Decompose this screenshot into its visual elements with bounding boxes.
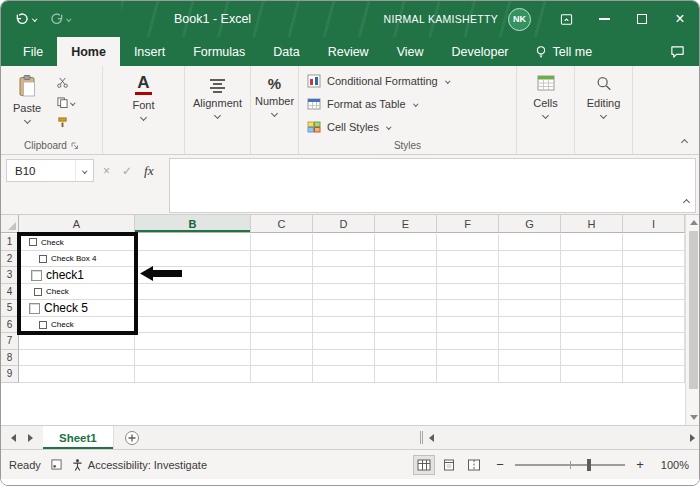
name-box-dropdown[interactable] [75,160,93,181]
name-box[interactable]: B10 [6,159,94,182]
close-button[interactable]: × [661,1,699,37]
zoom-in-icon[interactable]: + [634,457,646,472]
column-header-c[interactable]: C [251,215,313,232]
tab-home[interactable]: Home [57,37,120,66]
hscroll-left-icon[interactable] [429,434,434,442]
comments-button[interactable] [670,37,685,66]
minimize-button[interactable] [585,1,623,37]
conditional-formatting-dropdown-icon [445,79,450,84]
clipboard-dialog-launcher-icon[interactable] [71,142,79,150]
number-button[interactable]: % Number [251,66,298,138]
copy-button[interactable] [57,96,75,109]
cut-button[interactable] [57,76,75,89]
column-header-i[interactable]: I [623,215,685,232]
vertical-scrollbar[interactable] [685,215,700,425]
formula-buttons: × ✓ fx [103,159,154,182]
page-break-preview-button[interactable] [463,455,485,475]
cells-button[interactable]: Cells [517,66,574,138]
new-sheet-button[interactable] [124,426,140,449]
user-name[interactable]: NIRMAL KAMISHETTY [384,13,498,25]
zoom-slider-thumb[interactable] [587,459,591,471]
paste-button[interactable]: Paste [5,66,49,138]
font-button[interactable]: A Font [103,66,184,138]
normal-view-button[interactable] [413,455,435,475]
page-layout-view-icon [442,459,456,471]
avatar[interactable]: NK [508,8,531,31]
format-as-table-button[interactable]: Format as Table [307,94,508,114]
accessibility-button[interactable]: Accessibility: Investigate [72,458,207,472]
vertical-scrollbar-thumb[interactable] [689,231,698,389]
format-painter-button[interactable] [57,116,75,129]
scroll-down-icon[interactable] [690,415,698,420]
conditional-formatting-icon [307,74,321,88]
name-box-value: B10 [7,165,75,177]
annotation-highlight-box [17,232,138,335]
enter-formula-icon[interactable]: ✓ [122,164,132,178]
ribbon: Paste [1,66,699,155]
tab-insert[interactable]: Insert [120,37,179,66]
tab-developer[interactable]: Developer [438,37,523,66]
tab-formulas[interactable]: Formulas [179,37,259,66]
window-title: Book1 - Excel [174,12,251,26]
sheet-scroll-left-icon[interactable] [11,434,16,442]
sheet-scroll-right-icon[interactable] [28,434,33,442]
redo-button[interactable] [49,12,71,26]
row-header-8[interactable]: 8 [1,350,19,367]
maximize-button[interactable] [623,1,661,37]
cell-styles-label: Cell Styles [327,121,379,133]
editing-dropdown-icon [600,112,607,119]
redo-dropdown-icon [66,17,71,22]
formula-input[interactable] [169,158,696,213]
magnifier-icon [595,74,613,93]
editing-button[interactable]: Editing [575,66,632,138]
zoom-level[interactable]: 100% [655,459,689,471]
zoom-slider[interactable] [515,464,625,466]
cells-dropdown-icon [542,112,549,119]
ribbon-display-options-button[interactable] [547,1,585,37]
column-header-b[interactable]: B [135,215,251,232]
page-layout-view-button[interactable] [438,455,460,475]
tab-review[interactable]: Review [314,37,383,66]
column-header-a[interactable]: A [19,215,135,232]
conditional-formatting-button[interactable]: Conditional Formatting [307,71,508,91]
column-header-h[interactable]: H [561,215,623,232]
copy-icon [57,97,68,108]
clipboard-group: Paste [1,66,103,154]
alignment-button[interactable]: Alignment [185,66,250,138]
zoom-out-icon[interactable]: − [494,457,506,472]
cancel-formula-icon[interactable]: × [103,164,110,178]
tell-me-button[interactable]: Tell me [523,37,605,66]
tab-data[interactable]: Data [259,37,313,66]
tab-file[interactable]: File [9,37,57,66]
select-all-corner[interactable] [1,215,19,233]
status-right: − + 100% [413,455,699,475]
sheet-tab-sheet1[interactable]: Sheet1 [43,426,114,449]
format-painter-icon [57,117,68,128]
column-header-e[interactable]: E [375,215,437,232]
row-header-9[interactable]: 9 [1,366,19,383]
insert-function-icon[interactable]: fx [144,163,154,179]
column-header-d[interactable]: D [313,215,375,232]
accessibility-icon [72,458,83,472]
macro-record-icon[interactable] [51,459,62,470]
titlebar-right: NIRMAL KAMISHETTY NK × [384,1,699,37]
horizontal-scrollbar[interactable] [420,426,695,449]
page-break-preview-icon [467,459,481,471]
collapse-ribbon-icon[interactable] [681,139,688,146]
cell-styles-dropdown-icon [386,125,391,130]
cells-label: Cells [533,97,557,109]
format-as-table-dropdown-icon [413,102,418,107]
scroll-up-icon[interactable] [690,220,698,225]
hscroll-right-icon[interactable] [690,434,695,442]
undo-button[interactable] [15,12,37,26]
horizontal-scrollbar-track[interactable] [440,426,684,449]
cell-styles-button[interactable]: Cell Styles [307,117,508,137]
tab-view[interactable]: View [383,37,438,66]
editing-label: Editing [587,97,621,109]
copy-dropdown-icon [70,100,75,105]
column-header-g[interactable]: G [499,215,561,232]
column-header-f[interactable]: F [437,215,499,232]
tab-splitter-handle[interactable] [420,431,423,444]
sheet-tabs: Sheet1 [43,426,114,449]
row-header-7[interactable]: 7 [1,333,19,350]
